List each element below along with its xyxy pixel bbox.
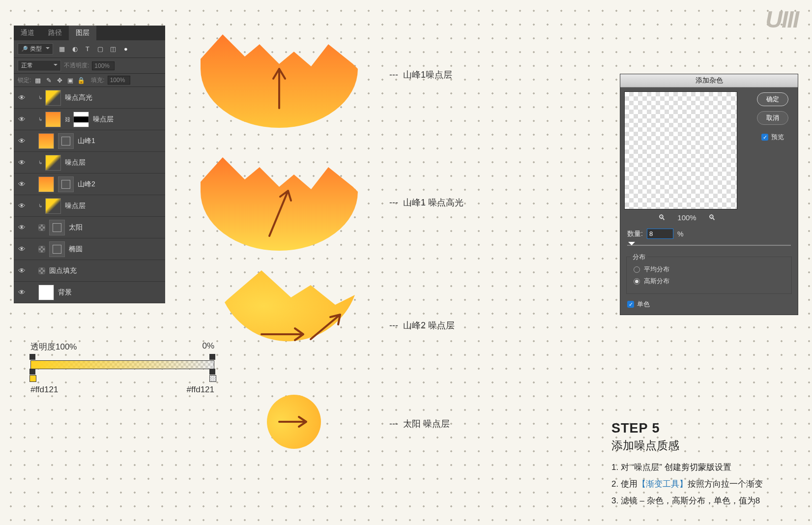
radio-uniform-label: 平均分布	[644, 265, 669, 274]
amount-slider[interactable]	[627, 241, 791, 250]
blend-mode-select[interactable]: 正常	[18, 60, 61, 71]
layer-row[interactable]: 👁 椭圆	[14, 238, 165, 260]
radio-uniform[interactable]: 平均分布	[634, 265, 784, 274]
layer-thumb	[38, 133, 54, 149]
distribution-label: 分布	[631, 253, 647, 262]
visibility-icon[interactable]: 👁	[14, 266, 29, 275]
layer-row[interactable]: 👁↳ 噪点层	[14, 152, 165, 174]
lock-pixels-icon[interactable]: ▩	[34, 76, 42, 84]
layer-name: 背景	[58, 288, 72, 297]
layer-name: 噪点高光	[65, 93, 92, 102]
blend-mode-value: 正常	[21, 61, 33, 70]
layer-row[interactable]: 👁 背景	[14, 282, 165, 303]
visibility-icon[interactable]: 👁	[14, 202, 29, 210]
layer-row[interactable]: 👁 圆点填充	[14, 260, 165, 282]
amount-label: 数量:	[627, 230, 643, 238]
visibility-icon[interactable]: 👁	[14, 115, 29, 123]
mono-label: 单色	[637, 300, 650, 309]
checkbox-icon: ✓	[761, 134, 768, 141]
layer-row[interactable]: 👁 山峰2	[14, 174, 165, 195]
preview-checkbox[interactable]: ✓ 预览	[761, 133, 784, 142]
visibility-icon[interactable]: 👁	[14, 137, 29, 145]
layer-thumb	[45, 198, 61, 214]
layer-row[interactable]: 👁 山峰1	[14, 130, 165, 152]
type-filter-icon[interactable]: T	[84, 45, 91, 53]
distribution-group: 分布 平均分布 高斯分布	[626, 257, 792, 294]
clip-icon: ↳	[38, 203, 45, 208]
gradient-track[interactable]	[30, 355, 214, 373]
color-left-hex: #ffd121	[30, 385, 58, 395]
amount-input[interactable]: 8	[647, 229, 673, 239]
clip-icon: ↳	[38, 160, 45, 165]
tab-paths[interactable]: 路径	[41, 26, 69, 40]
lock-artboard-icon[interactable]: ▣	[66, 76, 74, 84]
opacity-stop-left[interactable]	[29, 354, 35, 360]
zoom-in-icon[interactable]: 🔍︎	[708, 213, 716, 222]
lock-all-icon[interactable]: 🔒	[77, 76, 85, 84]
visibility-icon[interactable]: 👁	[14, 93, 29, 102]
visibility-icon[interactable]: 👁	[14, 288, 29, 296]
visibility-icon[interactable]: 👁	[14, 180, 29, 188]
vector-thumb	[49, 241, 65, 257]
filter-toggle-icon[interactable]: ●	[122, 45, 130, 53]
shape-filter-icon[interactable]: ▢	[96, 45, 104, 53]
layer-row[interactable]: 👁↳ 噪点高光	[14, 87, 165, 109]
search-icon: 🔎	[21, 46, 28, 52]
dash: ---	[389, 198, 398, 207]
layer-name: 山峰2	[78, 180, 95, 189]
layer-row[interactable]: 👁↳ ⛓ 噪点层	[14, 109, 165, 130]
amount-unit: %	[677, 230, 683, 238]
step-description: STEP 5 添加噪点质感 1. 对 “噪点层” 创建剪切蒙版设置 2. 使用【…	[611, 421, 798, 509]
vector-thumb	[58, 133, 74, 149]
step-item-3: 3. 滤镜 – 杂色，高斯分布，单色，值为8	[611, 493, 798, 509]
tab-layers[interactable]: 图层	[69, 26, 96, 40]
add-noise-dialog: 添加杂色 🔍︎ 100% 🔍︎ 确定 取消 ✓ 预览 数量: 8 % 分布	[620, 74, 798, 315]
mask-thumb	[73, 112, 89, 127]
gradient-editor: 透明度100% 0% #ffd121 #ffd121	[30, 341, 214, 395]
opacity-input[interactable]: 100%	[92, 61, 115, 70]
layer-name: 噪点层	[65, 202, 86, 210]
layer-thumb	[45, 155, 61, 171]
monochrome-checkbox[interactable]: ✓ 单色	[620, 298, 798, 315]
zoom-out-icon[interactable]: 🔍︎	[658, 213, 666, 222]
adjust-filter-icon[interactable]: ◐	[71, 45, 79, 53]
illus-sun-noise	[264, 392, 323, 453]
layer-thumb	[45, 90, 61, 106]
gradient-bar	[30, 360, 214, 369]
illus-label-4: 太阳 噪点层	[403, 419, 450, 429]
vector-thumb	[49, 220, 65, 235]
dialog-title: 添加杂色	[620, 74, 798, 88]
layer-filter-row: 🔎 类型 ▦ ◐ T ▢ ◫ ●	[14, 40, 165, 58]
visibility-icon[interactable]: 👁	[14, 245, 29, 253]
opacity-left-label: 透明度100%	[30, 341, 77, 352]
layer-name: 太阳	[69, 223, 83, 232]
layers-list: 👁↳ 噪点高光 👁↳ ⛓ 噪点层 👁 山峰1 👁↳ 噪点层 👁 山峰2	[14, 87, 165, 303]
panel-tabs: 通道 路径 图层	[14, 26, 165, 40]
smartobj-filter-icon[interactable]: ◫	[109, 45, 117, 53]
filter-type-select[interactable]: 🔎 类型	[18, 43, 53, 55]
filter-label: 类型	[30, 45, 42, 53]
ok-button[interactable]: 确定	[757, 92, 788, 106]
layer-name: 椭圆	[69, 245, 83, 254]
cancel-button[interactable]: 取消	[757, 111, 788, 125]
illus-mountain2-noise	[212, 256, 370, 371]
dash: ---	[389, 419, 398, 429]
image-filter-icon[interactable]: ▦	[58, 45, 66, 53]
lock-move-icon[interactable]: ✥	[56, 76, 63, 84]
radio-icon	[634, 266, 640, 273]
layer-row[interactable]: 👁 太阳	[14, 217, 165, 238]
step-item-2: 2. 使用【渐变工具】按照方向拉一个渐变	[611, 476, 798, 493]
color-stop-left[interactable]	[29, 369, 35, 375]
radio-gaussian[interactable]: 高斯分布	[634, 277, 784, 286]
tab-channels[interactable]: 通道	[14, 26, 41, 40]
slider-thumb[interactable]	[628, 242, 635, 249]
lock-brush-icon[interactable]: ✎	[45, 76, 53, 84]
visibility-icon[interactable]: 👁	[14, 158, 29, 167]
illus-label-2: 山峰1 噪点高光	[403, 198, 464, 207]
layer-row[interactable]: 👁↳ 噪点层	[14, 195, 165, 217]
fill-input[interactable]: 100%	[108, 76, 130, 85]
illus-label-3: 山峰2 噪点层	[403, 321, 455, 330]
step-item-1: 1. 对 “噪点层” 创建剪切蒙版设置	[611, 459, 798, 476]
vector-thumb	[58, 176, 74, 192]
visibility-icon[interactable]: 👁	[14, 223, 29, 232]
